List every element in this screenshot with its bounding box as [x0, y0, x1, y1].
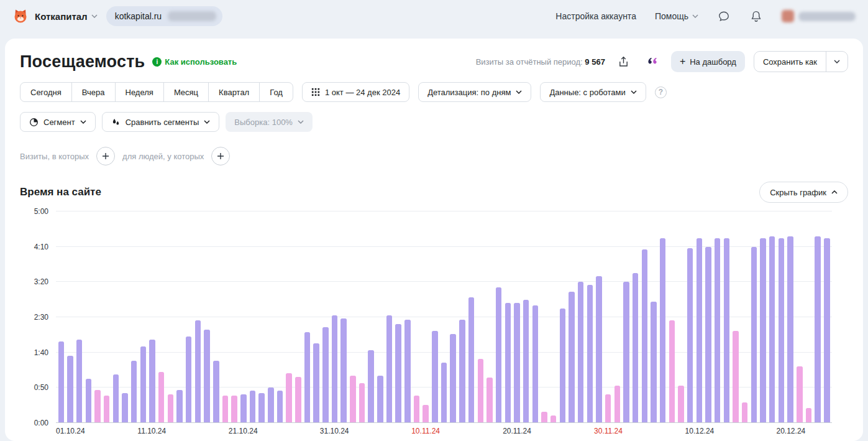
bar-15.12.24[interactable]: [742, 402, 747, 422]
bar-05.12.24[interactable]: [651, 302, 656, 422]
how-to-use-link[interactable]: i Как использовать: [152, 57, 237, 67]
user-account-menu[interactable]: [782, 10, 856, 22]
bar-14.11.24[interactable]: [459, 320, 465, 422]
account-switcher[interactable]: Коткапитал: [35, 11, 98, 22]
bar-25.11.24[interactable]: [560, 309, 565, 422]
bar-28.10.24[interactable]: [304, 332, 310, 422]
bar-31.10.24[interactable]: [332, 315, 337, 422]
bar-18.11.24[interactable]: [496, 287, 501, 422]
bar-07.12.24[interactable]: [669, 320, 675, 422]
bar-30.11.24[interactable]: [605, 394, 611, 422]
bar-13.11.24[interactable]: [450, 334, 455, 422]
bar-17.10.24[interactable]: [204, 330, 209, 422]
bar-23.10.24[interactable]: [258, 393, 264, 422]
bar-28.11.24[interactable]: [587, 285, 593, 422]
bar-11.12.24[interactable]: [705, 247, 711, 423]
bar-04.12.24[interactable]: [642, 249, 647, 422]
notifications-bell-icon[interactable]: [749, 9, 763, 23]
bar-19.10.24[interactable]: [222, 396, 228, 422]
bar-22.12.24[interactable]: [806, 408, 811, 422]
save-as-button[interactable]: Сохранить как: [754, 52, 826, 72]
bar-02.11.24[interactable]: [350, 376, 355, 422]
bar-17.12.24[interactable]: [760, 238, 765, 422]
export-share-button[interactable]: [614, 52, 634, 72]
bar-20.11.24[interactable]: [514, 303, 519, 422]
bar-04.11.24[interactable]: [368, 350, 373, 422]
bar-14.10.24[interactable]: [176, 390, 182, 422]
bar-18.12.24[interactable]: [769, 236, 775, 422]
bar-14.12.24[interactable]: [733, 331, 738, 422]
tab-year[interactable]: Год: [259, 82, 293, 102]
bar-06.10.24[interactable]: [104, 396, 109, 422]
date-range-button[interactable]: 1 окт — 24 дек 2024: [302, 82, 409, 102]
bar-11.11.24[interactable]: [432, 331, 437, 422]
bar-15.10.24[interactable]: [186, 337, 191, 422]
help-menu[interactable]: Помощь: [655, 11, 698, 21]
bar-16.12.24[interactable]: [751, 247, 757, 423]
bar-07.10.24[interactable]: [113, 374, 119, 422]
bar-06.12.24[interactable]: [660, 238, 665, 422]
bar-08.12.24[interactable]: [678, 386, 683, 422]
bar-03.12.24[interactable]: [633, 273, 638, 422]
bar-16.11.24[interactable]: [478, 359, 483, 422]
bar-23.12.24[interactable]: [815, 236, 820, 422]
chat-icon[interactable]: [717, 9, 731, 23]
bar-26.11.24[interactable]: [569, 292, 574, 422]
bar-18.10.24[interactable]: [213, 361, 219, 422]
bar-03.11.24[interactable]: [359, 383, 365, 422]
bar-19.12.24[interactable]: [779, 238, 784, 422]
bar-10.11.24[interactable]: [423, 405, 428, 422]
metrica-logo-icon[interactable]: [642, 52, 662, 72]
bar-26.10.24[interactable]: [286, 373, 291, 422]
add-people-filter-button[interactable]: [211, 147, 230, 165]
bar-22.11.24[interactable]: [532, 305, 538, 422]
bar-20.10.24[interactable]: [231, 396, 237, 422]
add-to-dashboard-button[interactable]: + На дашборд: [671, 51, 745, 72]
bar-12.10.24[interactable]: [158, 372, 164, 422]
bar-11.10.24[interactable]: [149, 340, 155, 422]
bar-17.11.24[interactable]: [487, 378, 492, 422]
data-robots-dropdown[interactable]: Данные: с роботами: [540, 82, 646, 102]
bar-06.11.24[interactable]: [386, 315, 392, 422]
tab-week[interactable]: Неделя: [115, 82, 164, 102]
bar-03.10.24[interactable]: [76, 340, 82, 422]
bar-27.11.24[interactable]: [578, 282, 583, 422]
bar-22.10.24[interactable]: [250, 391, 255, 422]
bar-07.11.24[interactable]: [395, 324, 401, 422]
counter-selector[interactable]: kotkapital.ru: [106, 6, 222, 26]
bar-01.11.24[interactable]: [340, 318, 346, 422]
bar-09.11.24[interactable]: [414, 396, 419, 422]
bar-29.11.24[interactable]: [596, 276, 601, 422]
bar-01.10.24[interactable]: [58, 341, 64, 422]
tab-month[interactable]: Месяц: [163, 82, 209, 102]
bar-12.12.24[interactable]: [715, 238, 720, 422]
account-settings-link[interactable]: Настройка аккаунта: [555, 11, 636, 21]
bar-09.12.24[interactable]: [687, 248, 693, 422]
sampling-dropdown[interactable]: Выборка: 100%: [226, 112, 313, 132]
bar-10.10.24[interactable]: [140, 346, 146, 422]
tab-quarter[interactable]: Квартал: [208, 82, 260, 102]
bar-05.10.24[interactable]: [94, 390, 100, 422]
tab-today[interactable]: Сегодня: [20, 82, 72, 102]
bar-23.11.24[interactable]: [541, 412, 547, 422]
bar-08.11.24[interactable]: [404, 320, 410, 422]
bar-29.10.24[interactable]: [313, 343, 319, 422]
hide-chart-button[interactable]: Скрыть график: [759, 182, 848, 203]
bar-24.12.24[interactable]: [824, 238, 829, 422]
bar-25.10.24[interactable]: [277, 391, 283, 422]
bar-24.11.24[interactable]: [550, 415, 556, 422]
save-as-caret-button[interactable]: [826, 52, 847, 72]
question-icon[interactable]: ?: [655, 86, 667, 98]
bar-12.11.24[interactable]: [441, 363, 447, 422]
bar-09.10.24[interactable]: [131, 361, 137, 422]
segment-dropdown[interactable]: Сегмент: [20, 112, 96, 132]
bar-04.10.24[interactable]: [86, 379, 91, 422]
bar-21.11.24[interactable]: [523, 300, 529, 422]
bar-16.10.24[interactable]: [195, 320, 201, 422]
bar-24.10.24[interactable]: [268, 388, 273, 423]
bar-02.10.24[interactable]: [67, 356, 73, 422]
bar-10.12.24[interactable]: [697, 238, 702, 422]
tab-yesterday[interactable]: Вчера: [71, 82, 116, 102]
bar-30.10.24[interactable]: [322, 327, 328, 422]
bar-13.12.24[interactable]: [724, 238, 729, 422]
